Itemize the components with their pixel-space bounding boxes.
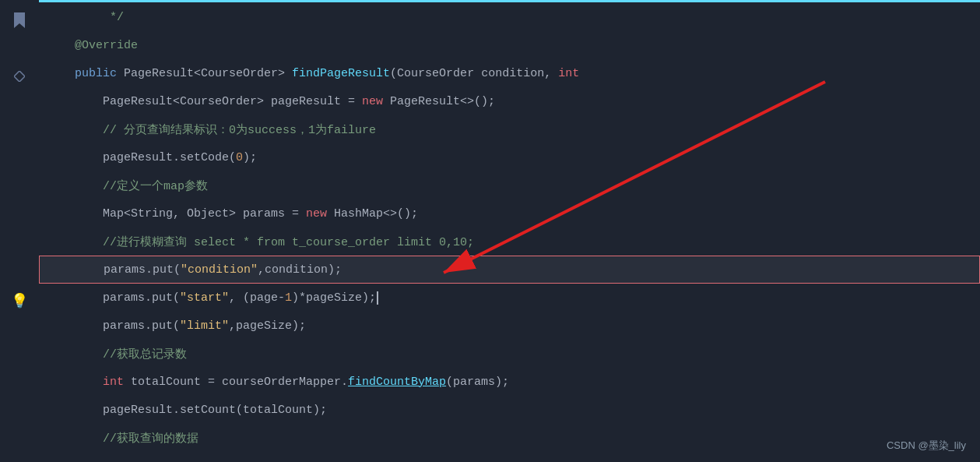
code-line-5: // 分页查询结果标识：0为success，1为failure xyxy=(39,115,980,143)
code-line-16: //获取查询的数据 xyxy=(39,424,980,452)
code-token: ,condition); xyxy=(258,263,342,277)
gutter-empty-2 xyxy=(12,34,27,62)
code-line-8: Map<String, Object> params = new HashMap… xyxy=(39,199,980,227)
code-token: @Override xyxy=(47,39,138,52)
code-line-14: int totalCount = courseOrderMapper.findC… xyxy=(39,368,980,396)
code-token: "start" xyxy=(180,291,229,305)
code-token: // 分页查询结果标识：0为success，1为failure xyxy=(47,122,376,137)
code-token: 0 xyxy=(236,151,243,164)
code-token xyxy=(47,376,103,389)
code-line-13: //获取总记录数 xyxy=(39,340,980,368)
gutter-empty-15 xyxy=(12,399,27,427)
code-token: params.put( xyxy=(47,263,181,277)
code-area[interactable]: */ @Override public PageResult<CourseOrd… xyxy=(39,0,980,462)
code-token: params.put( xyxy=(47,319,180,333)
code-token: //定义一个map参数 xyxy=(47,178,208,193)
code-token: Map<String, Object> params = xyxy=(47,207,306,220)
gutter-diamond-3 xyxy=(12,62,27,90)
code-token: PageResult<CourseOrder> pageResult = xyxy=(47,95,362,108)
code-token: ,pageSize); xyxy=(229,319,306,333)
code-token: findPageResult xyxy=(292,67,390,80)
code-token: PageResult<>(); xyxy=(390,95,495,108)
gutter-bulb-11[interactable]: 💡 xyxy=(12,287,27,315)
gutter-bookmark-1 xyxy=(12,6,27,34)
gutter-empty-14 xyxy=(12,371,27,399)
code-token: params.put( xyxy=(47,291,180,305)
code-token-int: int xyxy=(558,67,579,80)
code-token: "limit" xyxy=(180,319,229,333)
gutter-empty-7 xyxy=(12,175,27,203)
code-token: //获取总记录数 xyxy=(47,347,187,361)
code-token: , (page- xyxy=(229,291,285,305)
code-token: pageResult.setCode( xyxy=(47,151,236,164)
code-token: PageResult<CourseOrder> xyxy=(124,67,292,80)
code-line-2: @Override xyxy=(39,31,980,59)
code-token: totalCount = courseOrderMapper. xyxy=(131,376,348,389)
code-line-9: //进行模糊查询 select * from t_course_order li… xyxy=(39,227,980,256)
code-line-12: params.put("limit",pageSize); xyxy=(39,312,980,340)
svg-marker-0 xyxy=(14,12,25,28)
code-token: )*pageSize); xyxy=(292,291,376,305)
cursor xyxy=(377,291,385,305)
code-token: //进行模糊查询 select * from t_course_order li… xyxy=(47,235,474,249)
code-line-10: params.put("condition",condition); xyxy=(39,256,980,284)
code-token: "condition" xyxy=(181,263,258,277)
code-container: 💡 */ @Override public PageResult<CourseO… xyxy=(0,0,980,462)
code-token: new xyxy=(306,207,334,220)
code-token: new xyxy=(362,95,390,108)
gutter-empty-8 xyxy=(12,203,27,231)
gutter-empty-16 xyxy=(12,427,27,455)
code-line-15: pageResult.setCount(totalCount); xyxy=(39,396,980,424)
code-token: int xyxy=(103,376,131,389)
gutter-empty-5 xyxy=(12,118,27,146)
code-token: HashMap<>(); xyxy=(334,207,418,220)
gutter-empty-12 xyxy=(12,315,27,343)
code-line-4: PageResult<CourseOrder> pageResult = new… xyxy=(39,87,980,115)
gutter-empty-6 xyxy=(12,146,27,175)
code-line-3: public PageResult<CourseOrder> findPageR… xyxy=(39,59,980,87)
gutter-empty-9 xyxy=(12,231,27,259)
gutter-empty-13 xyxy=(12,343,27,371)
code-line-11: params.put("start", (page-1)*pageSize); xyxy=(39,284,980,312)
code-token: (CourseOrder condition, xyxy=(390,67,558,80)
watermark: CSDN @墨染_lily xyxy=(887,439,966,453)
code-token: (params); xyxy=(446,376,509,389)
code-line-6: pageResult.setCode(0); xyxy=(39,143,980,171)
gutter-empty-10 xyxy=(12,259,27,287)
svg-marker-1 xyxy=(14,71,25,82)
code-line-7: //定义一个map参数 xyxy=(39,171,980,199)
gutter: 💡 xyxy=(0,0,39,462)
code-token: //获取查询的数据 xyxy=(47,431,198,446)
code-line-1: */ xyxy=(39,3,980,31)
code-token: ); xyxy=(243,151,257,164)
code-token-findCountByMap: findCountByMap xyxy=(348,376,446,389)
gutter-empty-4 xyxy=(12,90,27,118)
code-token: 1 xyxy=(285,291,292,305)
code-token: pageResult.setCount(totalCount); xyxy=(47,404,327,417)
code-token: */ xyxy=(47,11,124,24)
code-token: public xyxy=(47,67,124,80)
